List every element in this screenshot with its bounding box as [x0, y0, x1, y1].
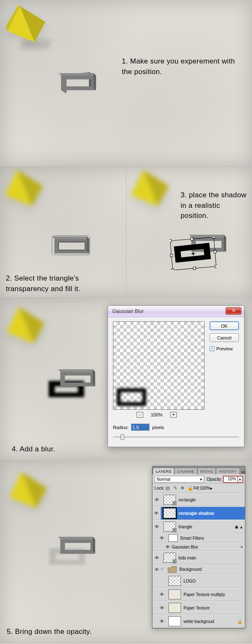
step-3-caption: 3. place the shadow in a realistic posit…	[181, 190, 248, 221]
layer-thumb[interactable]	[168, 589, 181, 599]
layer-thumb[interactable]	[168, 576, 181, 586]
opacity-input[interactable]: 10%	[223, 476, 238, 482]
layer-row[interactable]: 👁 Paper Texture mulitply	[152, 588, 245, 601]
gaussian-blur-dialog[interactable]: Gaussian Blur ✕ - 100% + Radius: pixels	[108, 305, 244, 447]
visibility-icon[interactable]: 👁	[152, 555, 161, 560]
zoom-out-button[interactable]: -	[136, 412, 143, 418]
lock-all-icon[interactable]: 🔒	[187, 485, 193, 491]
layer-thumb[interactable]	[163, 508, 176, 518]
svg-marker-7	[94, 73, 96, 90]
radius-slider[interactable]	[113, 433, 239, 441]
svg-marker-37	[93, 537, 95, 554]
step-2-panel: 2. Select the triangle's transparency an…	[0, 167, 126, 297]
svg-marker-17	[224, 235, 226, 252]
layer-thumb[interactable]	[168, 603, 181, 613]
visibility-icon[interactable]: 👁	[152, 497, 161, 502]
zoom-value: 100%	[151, 412, 163, 417]
opacity-flyout[interactable]: ▸	[238, 476, 243, 482]
layer-thumb[interactable]	[163, 522, 176, 532]
ok-button[interactable]: OK	[210, 321, 239, 330]
fill-input[interactable]: 100%	[200, 486, 211, 490]
lock-icon: 🔒	[237, 619, 242, 624]
step-5-caption: 5. Bring down the opacity.	[7, 627, 92, 637]
cancel-button[interactable]: Cancel	[210, 333, 239, 342]
zoom-in-button[interactable]: +	[170, 412, 177, 418]
grey-box-selected	[52, 234, 91, 257]
group-row[interactable]: 👁 ▽ Background	[152, 564, 245, 574]
filter-mask-thumb[interactable]	[168, 534, 178, 542]
step-4-panel: 4. Add a blur. Gaussian Blur ✕ - 100% + …	[0, 298, 252, 460]
svg-marker-33	[93, 369, 95, 386]
yellow-prism	[7, 469, 49, 511]
svg-marker-6	[59, 73, 96, 76]
folder-icon	[168, 566, 177, 573]
visibility-icon[interactable]: 👁	[152, 524, 161, 529]
tab-channels[interactable]: CHANNE	[174, 468, 197, 474]
visibility-icon[interactable]: 👁	[158, 605, 166, 610]
step-5-panel: 5. Bring down the opacity. LAYERS CHANNE…	[0, 460, 252, 644]
filter-row[interactable]: 👁 Gaussian Blur ≡	[152, 543, 245, 551]
tab-paths[interactable]: PATHS	[197, 468, 216, 474]
visibility-icon[interactable]: 👁	[152, 507, 161, 519]
visibility-icon[interactable]: 👁	[152, 567, 161, 572]
svg-marker-36	[58, 537, 95, 539]
dialog-titlebar[interactable]: Gaussian Blur ✕	[108, 306, 244, 317]
grey-box	[59, 71, 97, 94]
svg-rect-26	[215, 265, 217, 268]
svg-marker-11	[87, 236, 89, 253]
layer-thumb[interactable]	[163, 553, 176, 563]
blend-mode-select[interactable]: Normal▾	[155, 476, 204, 482]
close-icon[interactable]: ✕	[226, 307, 242, 315]
tab-layers[interactable]: LAYERS	[153, 468, 174, 474]
layer-row[interactable]: 👁 rectangle	[152, 493, 245, 506]
layer-row-selected[interactable]: 👁 rectangle shadow	[152, 506, 245, 520]
svg-rect-22	[170, 254, 173, 257]
svg-marker-32	[58, 369, 95, 372]
layer-thumb[interactable]	[163, 495, 176, 505]
preview-checkbox[interactable]	[210, 346, 215, 351]
svg-line-29	[193, 252, 194, 256]
lock-move-icon[interactable]: ✥	[179, 485, 186, 491]
filter-options-icon[interactable]: ≡	[241, 545, 245, 549]
layer-row[interactable]: 👁 white backgroud 🔒	[152, 615, 245, 628]
layer-row[interactable]: 👁 kids main	[152, 551, 245, 564]
visibility-icon[interactable]: 👁	[158, 619, 166, 624]
radius-input[interactable]	[131, 424, 150, 431]
smart-object-icons[interactable]: ◉▴	[235, 525, 245, 529]
layers-panel[interactable]: LAYERS CHANNE PATHS HISTORY ▾≡ Normal▾ O…	[152, 466, 245, 628]
panel-menu-icon[interactable]: ▾≡	[240, 470, 248, 474]
visibility-icon[interactable]: 👁	[163, 544, 172, 549]
fill-label: Fill:	[193, 486, 200, 490]
layer-row[interactable]: 👁 triangle ◉▴	[152, 520, 245, 533]
visibility-icon[interactable]: 👁	[158, 592, 166, 597]
layer-row[interactable]: 👁 Paper Texture	[152, 601, 245, 615]
grey-box	[58, 367, 97, 390]
radius-label: Radius:	[113, 425, 129, 430]
step-4-caption: 4. Add a blur.	[12, 444, 55, 455]
smart-filters-row[interactable]: 👁 Smart Filters	[152, 533, 245, 543]
svg-rect-13	[58, 242, 85, 250]
lock-brush-icon[interactable]: ✎	[172, 485, 178, 491]
visibility-icon[interactable]: 👁	[158, 535, 166, 541]
transform-handles[interactable]	[170, 237, 217, 270]
svg-rect-19	[170, 239, 171, 242]
disclosure-icon[interactable]: ▽	[161, 567, 165, 571]
grey-box	[58, 534, 97, 558]
step-2-3-row: 2. Select the triangle's transparency an…	[0, 167, 252, 297]
preview-label: Preview	[216, 346, 233, 351]
tab-history[interactable]: HISTORY	[216, 468, 239, 474]
layer-row[interactable]: LOGO	[152, 574, 245, 588]
lock-icons[interactable]: ▧ ✎ ✥ 🔒	[165, 485, 193, 491]
lock-transparency-icon[interactable]: ▧	[165, 485, 171, 491]
svg-marker-10	[52, 236, 89, 239]
layer-thumb[interactable]	[168, 616, 181, 626]
dialog-title: Gaussian Blur	[112, 308, 144, 314]
step-1-panel: 1. Make sure you experement with the pos…	[0, 0, 252, 166]
svg-rect-20	[191, 238, 194, 241]
blur-preview[interactable]	[113, 321, 205, 410]
svg-rect-23	[214, 250, 217, 253]
yellow-prism	[4, 304, 46, 346]
radius-unit: pixels	[152, 425, 164, 430]
fill-flyout[interactable]: ▸	[210, 486, 213, 490]
opacity-label: Opacity:	[207, 477, 222, 482]
